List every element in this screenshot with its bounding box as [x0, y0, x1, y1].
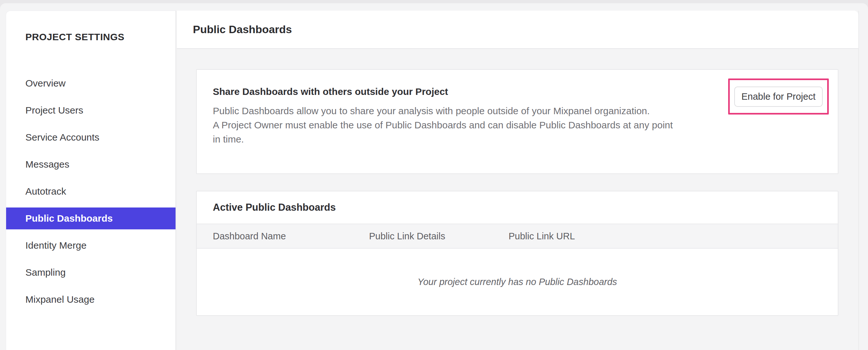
- column-header-dashboard-name: Dashboard Name: [213, 231, 369, 241]
- share-card-description-line: Public Dashboards allow you to share you…: [213, 104, 683, 118]
- sidebar-item-sampling[interactable]: Sampling: [6, 262, 176, 284]
- share-card-description-line: in time.: [213, 132, 683, 146]
- share-card-description-line: A Project Owner must enable the use of P…: [213, 118, 683, 132]
- enable-button-highlight-box: Enable for Project: [728, 79, 829, 115]
- project-settings-sidebar: PROJECT SETTINGS OverviewProject UsersSe…: [6, 10, 176, 350]
- sidebar-item-autotrack[interactable]: Autotrack: [6, 180, 176, 202]
- settings-page-canvas: PROJECT SETTINGS OverviewProject UsersSe…: [0, 3, 868, 350]
- dashboards-table-header: Dashboard NamePublic Link DetailsPublic …: [197, 224, 838, 249]
- column-header-public-link-details: Public Link Details: [369, 231, 508, 241]
- share-dashboards-card: Share Dashboards with others outside you…: [196, 69, 838, 174]
- dashboards-empty-state: Your project currently has no Public Das…: [197, 249, 838, 315]
- sidebar-item-overview[interactable]: Overview: [6, 72, 176, 94]
- sidebar-item-service-accounts[interactable]: Service Accounts: [6, 126, 176, 148]
- enable-for-project-button[interactable]: Enable for Project: [734, 87, 823, 107]
- active-dashboards-title: Active Public Dashboards: [197, 192, 838, 224]
- sidebar-item-public-dashboards[interactable]: Public Dashboards: [6, 207, 176, 229]
- share-card-heading: Share Dashboards with others outside you…: [213, 86, 448, 97]
- main-right-border: [858, 10, 859, 350]
- empty-state-message: Your project currently has no Public Das…: [417, 276, 617, 287]
- sidebar-title: PROJECT SETTINGS: [25, 31, 124, 43]
- active-dashboards-card: Active Public Dashboards Dashboard NameP…: [196, 191, 838, 316]
- sidebar-nav: OverviewProject UsersService AccountsMes…: [6, 72, 176, 316]
- page-header: Public Dashboards: [177, 10, 858, 49]
- share-card-description: Public Dashboards allow you to share you…: [213, 104, 683, 146]
- sidebar-item-messages[interactable]: Messages: [6, 153, 176, 175]
- sidebar-item-mixpanel-usage[interactable]: Mixpanel Usage: [6, 289, 176, 311]
- column-header-public-link-url: Public Link URL: [508, 231, 838, 241]
- page-title: Public Dashboards: [193, 23, 292, 36]
- sidebar-item-identity-merge[interactable]: Identity Merge: [6, 234, 176, 256]
- sidebar-item-project-users[interactable]: Project Users: [6, 99, 176, 121]
